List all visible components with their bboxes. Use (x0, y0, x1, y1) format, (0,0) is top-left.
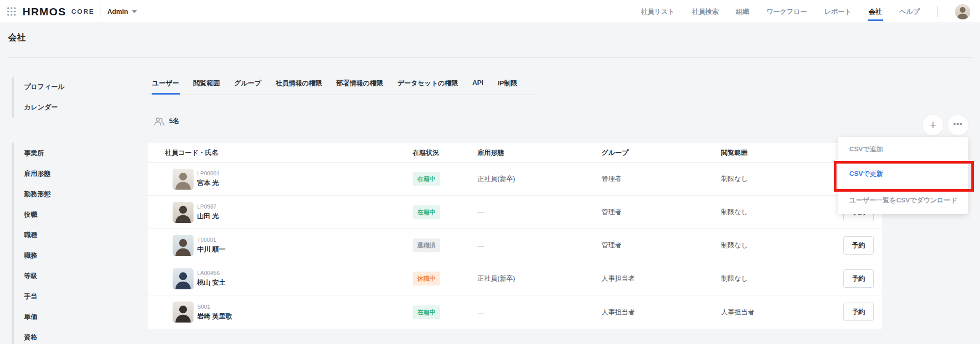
employee-identity: S001 岩崎 英里歌 (197, 304, 232, 321)
more-options-button[interactable]: ••• (948, 115, 968, 135)
users-table: 社員コード・氏名 在籍状況 雇用形態 グループ 閲覧範囲 LP00001 宮本 … (148, 143, 882, 329)
sidebar-item-grade[interactable]: 等級 (24, 266, 145, 286)
col-header-group: グループ (602, 148, 629, 157)
brand-logo[interactable]: HRMOS (22, 6, 66, 18)
tab-groups[interactable]: グループ (234, 72, 262, 95)
table-row[interactable]: S001 岩崎 英里歌 在籍中 — 人事担当者 人事担当者 予約 (148, 295, 882, 329)
tab-api[interactable]: API (472, 72, 484, 95)
sidebar-group-master: 事業所 雇用形態 勤務形態 役職 職種 職務 等級 手当 単価 資格 (12, 143, 145, 344)
nav-item-employee-search[interactable]: 社員検索 (692, 7, 719, 16)
app-grid-icon[interactable] (7, 7, 16, 16)
tab-dataset-permission[interactable]: データセットの権限 (397, 72, 459, 95)
sidebar-item-job-category[interactable]: 職種 (24, 225, 145, 245)
csv-dropdown-menu: CSVで追加 CSVで更新 ユーザー一覧をCSVでダウンロード (838, 137, 968, 214)
status-badge: 休職中 (413, 272, 440, 286)
sidebar-item-position[interactable]: 役職 (24, 204, 145, 225)
add-user-button[interactable]: + (923, 115, 943, 135)
menu-item-csv-download[interactable]: ユーザー一覧をCSVでダウンロード (838, 187, 968, 214)
reserve-button[interactable]: 予約 (843, 236, 874, 255)
top-navigation: 社員リスト 社員検索 組織 ワークフロー レポート 会社 ヘルプ (641, 0, 970, 23)
status-badge: 在籍中 (413, 205, 440, 219)
reserve-button[interactable]: 予約 (843, 303, 874, 321)
sidebar-item-work-style[interactable]: 勤務形態 (24, 184, 145, 204)
tab-users[interactable]: ユーザー (152, 72, 180, 95)
sidebar-item-profile[interactable]: プロフィール (24, 77, 145, 97)
employee-name: 中川 順一 (197, 245, 226, 254)
employee-code: LP00001 (197, 170, 220, 176)
col-header-employment: 雇用形態 (477, 148, 504, 157)
account-label: Admin (107, 8, 128, 15)
plus-icon: + (930, 119, 937, 132)
employee-code: LA00456 (197, 270, 226, 276)
sidebar-group-personal: プロフィール カレンダー (12, 77, 145, 118)
topbar-left: HRMOS CORE Admin (7, 0, 137, 23)
menu-item-csv-add[interactable]: CSVで追加 (838, 137, 968, 161)
employee-name: 岩崎 英里歌 (197, 312, 232, 321)
status-badge: 在籍中 (413, 305, 440, 319)
tab-ip-restriction[interactable]: IP制限 (497, 72, 518, 95)
sidebar-item-qualification[interactable]: 資格 (24, 327, 145, 344)
nav-item-workflow[interactable]: ワークフロー (767, 7, 807, 16)
user-count: 5名 (153, 117, 179, 126)
sidebar-item-allowance[interactable]: 手当 (24, 286, 145, 307)
group-cell: 管理者 (602, 241, 622, 250)
employment-cell: 正社員(新卒) (477, 274, 515, 283)
employee-code: T00001 (197, 237, 226, 243)
col-header-status: 在籍状況 (413, 148, 439, 157)
sidebar-item-unit-price[interactable]: 単価 (24, 307, 145, 327)
sidebar-item-employment-type[interactable]: 雇用形態 (24, 164, 145, 184)
sidebar-item-calendar[interactable]: カレンダー (24, 97, 145, 118)
more-icon: ••• (953, 120, 963, 128)
employee-avatar (173, 235, 194, 256)
employment-cell: — (477, 209, 484, 216)
tab-view-scope[interactable]: 閲覧範囲 (193, 72, 221, 95)
table-header-row: 社員コード・氏名 在籍状況 雇用形態 グループ 閲覧範囲 (148, 143, 882, 163)
table-row[interactable]: T00001 中川 順一 退職済 — 管理者 制限なし 予約 (148, 229, 882, 262)
employee-code: LP0987 (197, 203, 219, 210)
table-row[interactable]: LP00001 宮本 光 在籍中 正社員(新卒) 管理者 制限なし 予約 (148, 163, 882, 196)
nav-item-company[interactable]: 会社 (869, 7, 882, 16)
tab-department-info-permission[interactable]: 部署情報の権限 (336, 72, 384, 95)
group-cell: 管理者 (602, 174, 622, 184)
sidebar-item-office[interactable]: 事業所 (24, 143, 145, 164)
user-avatar[interactable] (955, 4, 970, 19)
settings-tabs: ユーザー 閲覧範囲 グループ 社員情報の権限 部署情報の権限 データセットの権限… (148, 72, 536, 95)
employee-avatar (173, 302, 194, 323)
employment-cell: — (477, 242, 484, 249)
nav-divider (937, 6, 938, 17)
tab-employee-info-permission[interactable]: 社員情報の権限 (275, 72, 323, 95)
menu-item-csv-update[interactable]: CSVで更新 (838, 161, 968, 187)
top-bar: HRMOS CORE Admin 社員リスト 社員検索 組織 ワークフロー レポ… (0, 0, 980, 23)
employee-avatar (173, 268, 194, 289)
scope-cell: 制限なし (721, 274, 748, 283)
employment-cell: 正社員(新卒) (477, 174, 515, 184)
group-cell: 管理者 (602, 208, 622, 217)
reserve-button[interactable]: 予約 (843, 269, 874, 288)
employee-avatar (173, 202, 194, 223)
nav-item-organization[interactable]: 組織 (736, 7, 749, 16)
status-badge: 退職済 (413, 239, 440, 253)
title-divider (8, 57, 972, 58)
account-menu[interactable]: Admin (107, 8, 136, 15)
nav-item-report[interactable]: レポート (824, 7, 851, 16)
col-header-employee: 社員コード・氏名 (165, 148, 219, 157)
scope-cell: 制限なし (721, 208, 748, 217)
header-divider (101, 6, 101, 18)
nav-item-employee-list[interactable]: 社員リスト (641, 7, 675, 16)
employee-name: 宮本 光 (197, 178, 220, 188)
table-row[interactable]: LA00456 桃山 安土 休職中 正社員(新卒) 人事担当者 制限なし 予約 (148, 262, 882, 295)
table-row[interactable]: LP0987 山田 光 在籍中 — 管理者 制限なし 予約 (148, 196, 882, 229)
employee-name: 山田 光 (197, 212, 219, 221)
brand-logo-suffix: CORE (71, 8, 95, 15)
scope-cell: 制限なし (721, 174, 748, 184)
employee-avatar (173, 169, 194, 190)
nav-item-help[interactable]: ヘルプ (899, 7, 920, 16)
chevron-down-icon (132, 10, 137, 13)
status-badge: 在籍中 (413, 172, 440, 186)
employee-identity: LA00456 桃山 安土 (197, 270, 226, 287)
employee-identity: LP00001 宮本 光 (197, 170, 220, 188)
scope-cell: 制限なし (721, 241, 748, 250)
sidebar-item-job-duty[interactable]: 職務 (24, 245, 145, 266)
group-cell: 人事担当者 (602, 308, 635, 317)
employee-identity: T00001 中川 順一 (197, 237, 226, 254)
